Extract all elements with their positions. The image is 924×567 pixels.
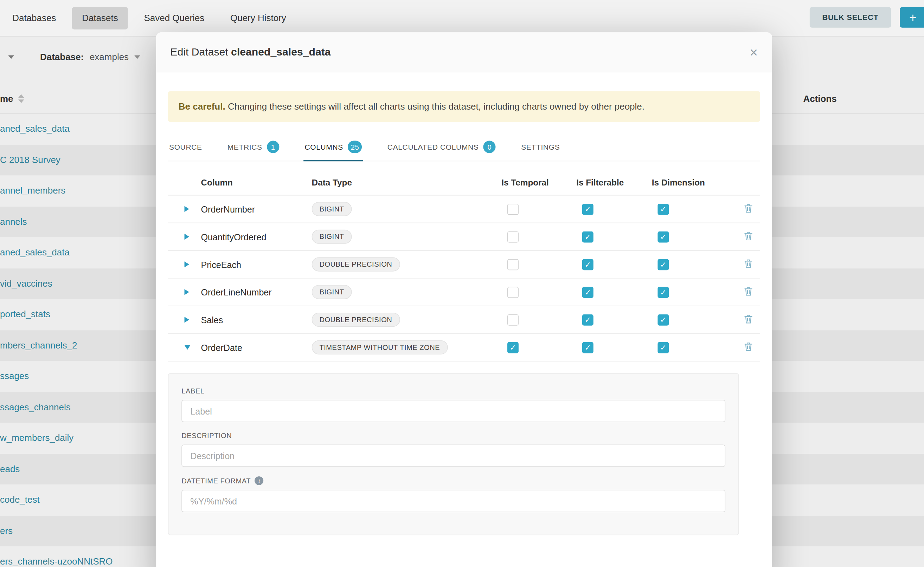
description-field-label: DESCRIPTION (181, 432, 725, 440)
delete-column-icon[interactable] (744, 231, 752, 242)
column-row: PriceEach DOUBLE PRECISION ✓ ✓ (168, 251, 760, 279)
tab-label: METRICS (227, 142, 262, 151)
datetime-format-field-label: DATETIME FORMAT i (181, 476, 725, 485)
expand-caret-icon[interactable] (185, 206, 189, 212)
expand-caret-icon[interactable] (185, 289, 189, 295)
is-temporal-checkbox[interactable] (507, 286, 519, 297)
collapse-caret-icon[interactable] (185, 345, 191, 350)
is-temporal-checkbox[interactable] (507, 231, 519, 242)
is-temporal-checkbox[interactable]: ✓ (507, 342, 519, 353)
expand-caret-icon[interactable] (185, 317, 189, 323)
is-temporal-header: Is Temporal (501, 177, 576, 187)
column-row: OrderDate TIMESTAMP WITHOUT TIME ZONE ✓ … (168, 334, 760, 362)
is-temporal-checkbox[interactable] (507, 259, 519, 270)
modal-title-prefix: Edit Dataset (170, 46, 228, 58)
close-icon[interactable]: × (749, 45, 758, 59)
tab-count-badge: 0 (483, 141, 496, 153)
is-filterable-checkbox[interactable]: ✓ (582, 231, 593, 242)
is-filterable-header: Is Filterable (576, 177, 652, 187)
edit-dataset-modal: Edit Dataset cleaned_sales_data × Be car… (156, 32, 772, 567)
tab-source[interactable]: SOURCE (168, 132, 203, 161)
tab-calculated-columns[interactable]: CALCULATED COLUMNS 0 (386, 132, 497, 161)
expand-caret-icon[interactable] (185, 261, 189, 267)
delete-column-icon[interactable] (744, 314, 752, 325)
modal-tabs: SOURCE METRICS 1 COLUMNS 25 CALCULATED C… (168, 132, 760, 161)
warning-banner: Be careful. Changing these settings will… (168, 92, 760, 122)
is-dimension-checkbox[interactable]: ✓ (658, 203, 669, 214)
datetime-format-input[interactable] (181, 490, 725, 512)
column-row: OrderLineNumber BIGINT ✓ ✓ (168, 279, 760, 306)
data-type-pill: DOUBLE PRECISION (312, 257, 400, 271)
is-filterable-checkbox[interactable]: ✓ (582, 203, 593, 214)
is-dimension-checkbox[interactable]: ✓ (658, 286, 669, 297)
column-header: Column (201, 177, 312, 187)
is-dimension-checkbox[interactable]: ✓ (658, 231, 669, 242)
is-dimension-checkbox[interactable]: ✓ (658, 342, 669, 353)
delete-column-icon[interactable] (744, 342, 752, 353)
label-field-label-text: LABEL (181, 387, 204, 395)
column-name: PriceEach (201, 259, 312, 269)
is-filterable-checkbox[interactable]: ✓ (582, 286, 593, 297)
datetime-format-label-text: DATETIME FORMAT (181, 477, 251, 485)
is-dimension-header: Is Dimension (652, 177, 722, 187)
label-field-group: LABEL (181, 387, 725, 422)
is-temporal-checkbox[interactable] (507, 314, 519, 325)
info-icon[interactable]: i (255, 476, 264, 485)
column-name: OrderDate (201, 342, 312, 352)
delete-column-icon[interactable] (744, 203, 752, 214)
is-filterable-checkbox[interactable]: ✓ (582, 342, 593, 353)
delete-column-icon[interactable] (744, 286, 752, 297)
tab-columns[interactable]: COLUMNS 25 (303, 132, 363, 161)
is-temporal-checkbox[interactable] (507, 203, 519, 214)
label-field-label: LABEL (181, 387, 725, 395)
data-type-pill: TIMESTAMP WITHOUT TIME ZONE (312, 340, 448, 354)
tab-count-badge: 25 (348, 141, 362, 153)
data-type-header: Data Type (312, 177, 502, 187)
description-field-label-text: DESCRIPTION (181, 432, 232, 440)
tab-label: SETTINGS (521, 142, 560, 151)
datetime-format-field-group: DATETIME FORMAT i (181, 476, 725, 512)
is-filterable-checkbox[interactable]: ✓ (582, 259, 593, 270)
column-row: OrderNumber BIGINT ✓ ✓ (168, 195, 760, 223)
column-row: QuantityOrdered BIGINT ✓ ✓ (168, 223, 760, 251)
warning-bold-text: Be careful. (179, 101, 226, 111)
modal-body: Be careful. Changing these settings will… (156, 92, 772, 536)
description-input[interactable] (181, 444, 725, 467)
tab-label: SOURCE (169, 142, 202, 151)
label-input[interactable] (181, 400, 725, 422)
warning-text: Changing these settings will affect all … (226, 101, 644, 111)
tab-label: CALCULATED COLUMNS (387, 142, 479, 151)
modal-header: Edit Dataset cleaned_sales_data × (156, 32, 772, 72)
tab-metrics[interactable]: METRICS 1 (226, 132, 280, 161)
tab-settings[interactable]: SETTINGS (520, 132, 561, 161)
app-root: Databases Datasets Saved Queries Query H… (0, 0, 924, 567)
columns-table: Column Data Type Is Temporal Is Filterab… (168, 170, 760, 362)
column-name: OrderLineNumber (201, 287, 312, 297)
data-type-pill: BIGINT (312, 285, 352, 299)
data-type-pill: BIGINT (312, 202, 352, 216)
data-type-pill: BIGINT (312, 230, 352, 244)
delete-column-icon[interactable] (744, 259, 752, 270)
expand-caret-icon[interactable] (185, 234, 189, 240)
column-name: QuantityOrdered (201, 232, 312, 242)
data-type-pill: DOUBLE PRECISION (312, 313, 400, 327)
column-name: Sales (201, 315, 312, 325)
column-name: OrderNumber (201, 204, 312, 214)
description-field-group: DESCRIPTION (181, 432, 725, 467)
modal-title: Edit Dataset cleaned_sales_data (170, 46, 331, 58)
is-filterable-checkbox[interactable]: ✓ (582, 314, 593, 325)
tab-count-badge: 1 (267, 141, 279, 153)
column-row: Sales DOUBLE PRECISION ✓ ✓ (168, 306, 760, 334)
columns-table-header: Column Data Type Is Temporal Is Filterab… (168, 170, 760, 196)
is-dimension-checkbox[interactable]: ✓ (658, 259, 669, 270)
column-detail-panel: LABEL DESCRIPTION DATETIME FORMAT i (168, 374, 739, 536)
modal-title-dataset-name: cleaned_sales_data (231, 46, 331, 58)
is-dimension-checkbox[interactable]: ✓ (658, 314, 669, 325)
tab-label: COLUMNS (304, 142, 343, 151)
